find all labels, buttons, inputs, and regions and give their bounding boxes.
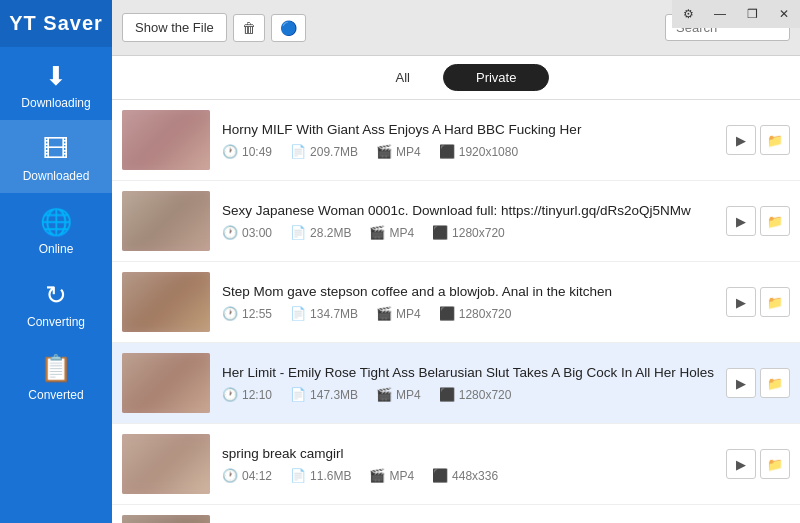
format-icon: 🎬 [376, 144, 392, 159]
tab-private[interactable]: Private [443, 64, 549, 91]
sidebar-label-downloaded: Downloaded [23, 169, 90, 183]
format-icon: 🎬 [376, 387, 392, 402]
play-button[interactable]: ▶ [726, 125, 756, 155]
file-size-icon: 📄 [290, 387, 306, 402]
video-title: Step Mom gave stepson coffee and a blowj… [222, 283, 714, 301]
video-actions: ▶ 📁 [726, 125, 790, 155]
file-size-icon: 📄 [290, 144, 306, 159]
video-meta: 🕐 12:55 📄 134.7MB 🎬 MP4 ⬛ 1280x720 [222, 306, 714, 321]
video-resolution: ⬛ 448x336 [432, 468, 498, 483]
video-format: 🎬 MP4 [376, 144, 421, 159]
clock-icon: 🕐 [222, 144, 238, 159]
video-format: 🎬 MP4 [369, 468, 414, 483]
video-thumbnail [122, 515, 210, 523]
resolution-icon: ⬛ [439, 306, 455, 321]
clock-icon: 🕐 [222, 225, 238, 240]
film-icon: 🎞 [43, 134, 69, 165]
clipboard-icon: 📋 [40, 353, 72, 384]
play-button[interactable]: ▶ [726, 287, 756, 317]
folder-button[interactable]: 📁 [760, 368, 790, 398]
main-content: ⚙ — ❒ ✕ Show the File 🗑 🔵 All Private Ho… [112, 0, 800, 523]
video-item: spring break camgirl 🕐 04:12 📄 11.6MB 🎬 … [112, 424, 800, 505]
video-info: Sexy Japanese Woman 0001c. Download full… [222, 202, 714, 241]
video-resolution: ⬛ 1280x720 [432, 225, 505, 240]
resolution-icon: ⬛ [432, 225, 448, 240]
sidebar-item-downloaded[interactable]: 🎞 Downloaded [0, 120, 112, 193]
video-meta: 🕐 12:10 📄 147.3MB 🎬 MP4 ⬛ 1280x720 [222, 387, 714, 402]
minimize-button[interactable]: — [704, 0, 736, 28]
sidebar-item-converted[interactable]: 📋 Converted [0, 339, 112, 412]
video-resolution: ⬛ 1280x720 [439, 306, 512, 321]
restore-button[interactable]: ❒ [736, 0, 768, 28]
delete-button[interactable]: 🗑 [233, 14, 265, 42]
file-size-icon: 📄 [290, 306, 306, 321]
video-duration: 🕐 10:49 [222, 144, 272, 159]
video-item: Her Limit - Emily Rose Tight Ass Belarus… [112, 343, 800, 424]
video-format: 🎬 MP4 [376, 306, 421, 321]
video-resolution: ⬛ 1920x1080 [439, 144, 518, 159]
folder-button[interactable]: 📁 [760, 449, 790, 479]
video-thumbnail [122, 191, 210, 251]
play-button[interactable]: ▶ [726, 368, 756, 398]
video-title: Horny MILF With Giant Ass Enjoys A Hard … [222, 121, 714, 139]
play-button[interactable]: ▶ [726, 449, 756, 479]
video-item: Sex Craved Skinny Brunette Bridgette Amo… [112, 505, 800, 523]
video-title: Her Limit - Emily Rose Tight Ass Belarus… [222, 364, 714, 382]
play-button[interactable]: ▶ [726, 206, 756, 236]
tab-all[interactable]: All [363, 64, 443, 91]
sidebar: YT Saver ⬇ Downloading 🎞 Downloaded 🌐 On… [0, 0, 112, 523]
folder-button[interactable]: 📁 [760, 287, 790, 317]
folder-button[interactable]: 📁 [760, 125, 790, 155]
show-file-button[interactable]: Show the File [122, 13, 227, 42]
video-size: 📄 209.7MB [290, 144, 358, 159]
video-actions: ▶ 📁 [726, 287, 790, 317]
video-title: spring break camgirl [222, 445, 714, 463]
app-logo: YT Saver [0, 0, 112, 47]
video-resolution: ⬛ 1280x720 [439, 387, 512, 402]
video-title: Sexy Japanese Woman 0001c. Download full… [222, 202, 714, 220]
video-info: Her Limit - Emily Rose Tight Ass Belarus… [222, 364, 714, 403]
close-button[interactable]: ✕ [768, 0, 800, 28]
sidebar-item-converting[interactable]: ↻ Converting [0, 266, 112, 339]
gear-button[interactable]: ⚙ [672, 0, 704, 28]
resolution-icon: ⬛ [439, 144, 455, 159]
sidebar-label-online: Online [39, 242, 74, 256]
video-item: Step Mom gave stepson coffee and a blowj… [112, 262, 800, 343]
clock-icon: 🕐 [222, 306, 238, 321]
video-meta: 🕐 04:12 📄 11.6MB 🎬 MP4 ⬛ 448x336 [222, 468, 714, 483]
video-format: 🎬 MP4 [369, 225, 414, 240]
sidebar-label-converting: Converting [27, 315, 85, 329]
video-meta: 🕐 03:00 📄 28.2MB 🎬 MP4 ⬛ 1280x720 [222, 225, 714, 240]
format-icon: 🎬 [369, 468, 385, 483]
filter-button[interactable]: 🔵 [271, 14, 306, 42]
video-info: Horny MILF With Giant Ass Enjoys A Hard … [222, 121, 714, 160]
format-icon: 🎬 [376, 306, 392, 321]
video-info: Step Mom gave stepson coffee and a blowj… [222, 283, 714, 322]
video-size: 📄 147.3MB [290, 387, 358, 402]
sidebar-label-converted: Converted [28, 388, 83, 402]
video-info: spring break camgirl 🕐 04:12 📄 11.6MB 🎬 … [222, 445, 714, 484]
video-actions: ▶ 📁 [726, 449, 790, 479]
resolution-icon: ⬛ [432, 468, 448, 483]
download-icon: ⬇ [45, 61, 67, 92]
video-duration: 🕐 12:55 [222, 306, 272, 321]
video-meta: 🕐 10:49 📄 209.7MB 🎬 MP4 ⬛ 1920x1080 [222, 144, 714, 159]
video-item: Sexy Japanese Woman 0001c. Download full… [112, 181, 800, 262]
video-thumbnail [122, 110, 210, 170]
sidebar-item-downloading[interactable]: ⬇ Downloading [0, 47, 112, 120]
video-format: 🎬 MP4 [376, 387, 421, 402]
video-duration: 🕐 03:00 [222, 225, 272, 240]
convert-icon: ↻ [45, 280, 67, 311]
video-size: 📄 28.2MB [290, 225, 351, 240]
folder-button[interactable]: 📁 [760, 206, 790, 236]
video-size: 📄 11.6MB [290, 468, 351, 483]
format-icon: 🎬 [369, 225, 385, 240]
file-size-icon: 📄 [290, 225, 306, 240]
globe-icon: 🌐 [40, 207, 72, 238]
video-item: Horny MILF With Giant Ass Enjoys A Hard … [112, 100, 800, 181]
video-list: Horny MILF With Giant Ass Enjoys A Hard … [112, 100, 800, 523]
clock-icon: 🕐 [222, 387, 238, 402]
sidebar-item-online[interactable]: 🌐 Online [0, 193, 112, 266]
tabs-bar: All Private [112, 56, 800, 100]
video-actions: ▶ 📁 [726, 368, 790, 398]
